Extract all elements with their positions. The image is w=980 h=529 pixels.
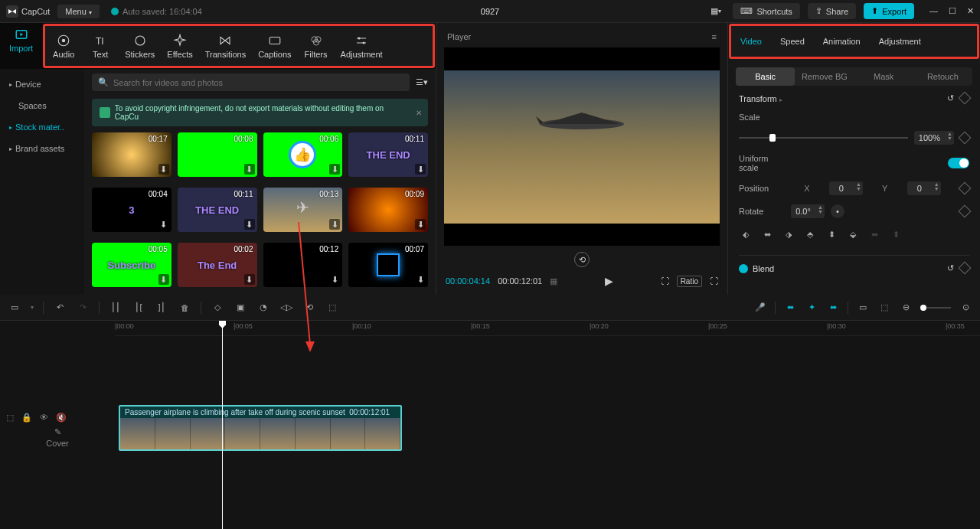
sidebar-item-stock[interactable]: ▸Stock mater.. [0, 116, 84, 138]
track-options-icon[interactable]: ⬚ [6, 413, 14, 423]
scale-keyframe[interactable] [959, 132, 972, 145]
filter-icon[interactable]: ☰▾ [416, 77, 428, 87]
zoom-fit-icon[interactable]: ⊙ [959, 301, 972, 315]
rotate-dial[interactable]: • [831, 204, 844, 218]
stock-thumbnail[interactable]: 00:11⬇THE END [348, 132, 428, 177]
subtab-basic[interactable]: Basic [736, 67, 795, 86]
subtab-mask[interactable]: Mask [854, 67, 913, 86]
banner-close-icon[interactable]: ✕ [416, 109, 422, 117]
keyframe-button[interactable] [959, 92, 972, 105]
align-left-icon[interactable]: ⬖ [739, 227, 753, 241]
stock-thumbnail[interactable]: 00:11⬇THE END [178, 188, 257, 232]
blend-checkbox[interactable] [739, 264, 748, 273]
close-icon[interactable]: ✕ [967, 6, 974, 16]
rotate-input[interactable]: 0.0°▲▼ [791, 204, 825, 218]
tab-transitions[interactable]: Transitions [199, 29, 252, 64]
play-button[interactable]: ▶ [605, 275, 613, 287]
fullscreen-icon[interactable]: ⛶ [710, 276, 718, 286]
mirror-icon[interactable]: ◁▷ [279, 301, 293, 315]
scan-icon[interactable]: ⛶ [661, 276, 669, 286]
player-menu-icon[interactable]: ≡ [712, 32, 717, 41]
tab-captions[interactable]: Captions [252, 29, 297, 64]
minimize-icon[interactable]: — [929, 6, 938, 16]
magnet-icon[interactable]: ⬌ [783, 301, 797, 315]
split-icon[interactable]: ⎮⎮ [109, 301, 122, 315]
position-y-input[interactable]: 0▲▼ [907, 181, 941, 195]
zoom-out-icon[interactable]: ⊖ [899, 301, 913, 315]
tab-import[interactable]: Import [0, 23, 42, 69]
redo-icon[interactable]: ↷ [76, 301, 90, 315]
tab-stickers[interactable]: Stickers [119, 29, 161, 64]
distribute-h-icon[interactable]: ⬌ [867, 227, 881, 241]
trim-right-icon[interactable]: ]⎮ [155, 301, 168, 315]
reset-icon[interactable]: ↺ [947, 93, 954, 103]
rotate-tool-icon[interactable]: ⟲ [302, 301, 316, 315]
tab-effects[interactable]: Effects [161, 29, 198, 64]
snap-icon[interactable]: ✦ [805, 301, 818, 315]
rotate-keyframe[interactable] [959, 205, 972, 218]
sidebar-item-brand[interactable]: ▸Brand assets [0, 138, 84, 159]
stock-thumbnail[interactable]: 00:02⬇The End [178, 243, 257, 287]
download-icon[interactable]: ⬇ [329, 219, 340, 230]
stock-thumbnail[interactable]: 00:13⬇✈ [263, 188, 343, 232]
zoom-slider[interactable] [920, 307, 951, 309]
align-right-icon[interactable]: ⬗ [782, 227, 795, 241]
selection-tool-icon[interactable]: ▭ [8, 301, 21, 315]
sidebar-item-device[interactable]: ▸Device [0, 73, 84, 95]
track-lock-icon[interactable]: 🔒 [21, 413, 32, 423]
stock-thumbnail[interactable]: 00:12⬇ [263, 243, 343, 287]
reset-transform-icon[interactable]: ⟲ [574, 252, 590, 267]
share-button[interactable]: ⇪ Share [808, 3, 856, 19]
undo-icon[interactable]: ↶ [53, 301, 67, 315]
player-viewport[interactable] [444, 47, 720, 246]
scale-slider[interactable] [739, 137, 908, 139]
align-top-icon[interactable]: ⬘ [803, 227, 817, 241]
position-keyframe[interactable] [958, 182, 971, 195]
crop-icon[interactable]: ⬚ [325, 301, 339, 315]
speed-tool-icon[interactable]: ◔ [256, 301, 270, 315]
blend-reset-icon[interactable]: ↺ [947, 263, 954, 273]
menu-button[interactable]: Menu ▾ [57, 5, 100, 18]
rtab-speed[interactable]: Speed [771, 29, 814, 54]
rtab-adjustment[interactable]: Adjustment [870, 29, 930, 54]
timeline-clip[interactable]: Passenger airplane is climbing after tak… [119, 405, 402, 451]
link-icon[interactable]: ⬌ [826, 301, 840, 315]
scale-input[interactable]: 100%▲▼ [914, 131, 954, 145]
preview-icon[interactable]: ▭ [856, 301, 870, 315]
track-icon[interactable]: ⬚ [877, 301, 891, 315]
maximize-icon[interactable]: ☐ [949, 6, 956, 16]
shortcuts-button[interactable]: ⌨ Shortcuts [733, 3, 799, 19]
align-center-h-icon[interactable]: ⬌ [760, 227, 774, 241]
download-icon[interactable]: ⬇ [158, 164, 169, 175]
align-bottom-icon[interactable]: ⬙ [846, 227, 860, 241]
playhead[interactable] [222, 321, 223, 529]
delete-icon[interactable]: 🗑 [178, 301, 191, 315]
uniform-scale-toggle[interactable] [948, 158, 969, 168]
align-center-v-icon[interactable]: ⬍ [825, 227, 838, 241]
stock-thumbnail[interactable]: 00:08⬇ [178, 132, 257, 177]
mic-icon[interactable]: 🎤 [753, 301, 767, 315]
rtab-animation[interactable]: Animation [814, 29, 870, 54]
track-visibility-icon[interactable]: 👁 [40, 413, 48, 423]
tab-filters[interactable]: Filters [298, 29, 335, 64]
search-input[interactable]: 🔍 [92, 73, 410, 91]
sidebar-item-spaces[interactable]: Spaces [0, 95, 84, 116]
tab-text[interactable]: TIText [82, 29, 119, 64]
blend-keyframe[interactable] [959, 262, 972, 275]
distribute-v-icon[interactable]: ⬍ [889, 227, 903, 241]
stock-thumbnail[interactable]: 00:05⬇Subscribe [92, 243, 172, 287]
ratio-button[interactable]: Ratio [677, 276, 702, 287]
export-button[interactable]: ⬆ Export [864, 3, 914, 19]
grid-icon[interactable]: ▦ [550, 276, 557, 286]
position-x-input[interactable]: 0▲▼ [829, 181, 863, 195]
stock-thumbnail[interactable]: 00:17⬇ [92, 132, 172, 177]
download-icon[interactable]: ⬇ [244, 164, 255, 175]
marker-icon[interactable]: ◇ [211, 301, 224, 315]
download-icon[interactable]: ⬇ [415, 219, 426, 230]
download-icon[interactable]: ⬇ [329, 274, 340, 285]
layout-icon[interactable]: ▦ ▾ [707, 4, 725, 19]
track-mute-icon[interactable]: 🔇 [56, 413, 67, 423]
stock-thumbnail[interactable]: 00:09⬇ [348, 188, 428, 232]
tab-adjustment[interactable]: Adjustment [335, 29, 389, 64]
rtab-video[interactable]: Video [731, 29, 771, 54]
